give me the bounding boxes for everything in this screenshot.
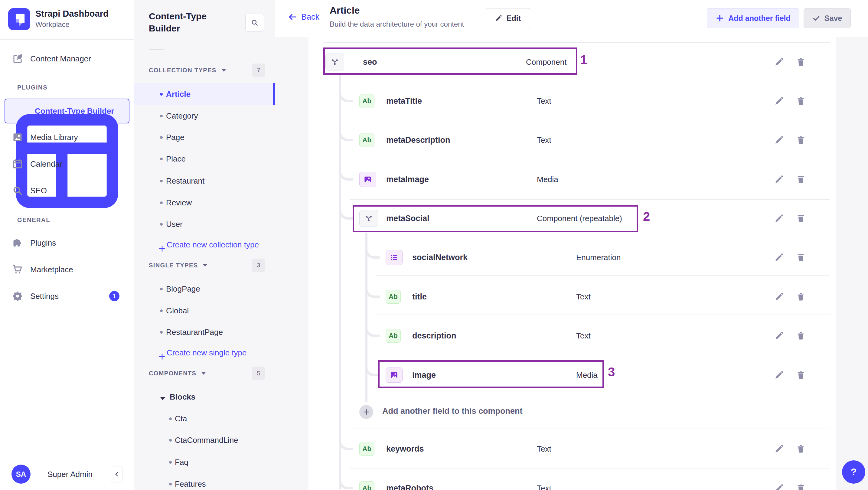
nav-item-plugins[interactable]: Plugins [0,232,134,254]
edit-button[interactable]: Edit [485,8,531,28]
main-content: Back Article Build the data architecture… [275,0,868,490]
edit-field-button[interactable] [772,482,786,490]
delete-field-button[interactable] [794,482,807,490]
annotation-number-3: 3 [608,365,615,379]
create-single-type-link[interactable]: Create new single type [134,343,275,362]
sidebar-item-ctacommandline[interactable]: CtaCommandLine [134,429,275,451]
page-title: Article [330,5,360,16]
delete-field-button[interactable] [794,55,807,69]
user-name: Super Admin [48,470,93,479]
edit-field-button[interactable] [772,290,786,303]
section-components[interactable]: COMPONENTS [149,367,206,380]
annotation-number-2: 2 [643,209,650,224]
add-field-to-component-button[interactable] [359,405,373,419]
nav-item-media-library[interactable]: Media Library [0,126,134,148]
avatar[interactable]: SA [11,465,31,484]
sidebar-item-restaurantpage[interactable]: RestaurantPage [134,321,275,343]
component-group-blocks[interactable]: Blocks [134,386,275,408]
nav-label: SEO [30,186,47,195]
bullet-icon [169,418,172,420]
field-type: Component (repeatable) [537,214,622,223]
sidebar-item-place[interactable]: Place [134,148,275,170]
delete-field-button[interactable] [794,290,807,303]
sidebar-item-article[interactable]: Article [134,83,273,105]
item-label: Restaurant [166,176,205,186]
sidebar-item-review[interactable]: Review [134,192,275,214]
bullet-icon [160,309,163,312]
sidebar-item-blogpage[interactable]: BlogPage [134,278,275,300]
bullet-icon [160,288,163,290]
help-button[interactable]: ? [842,460,865,484]
add-field-to-component-label[interactable]: Add another field to this component [382,406,522,416]
text-field-icon: Ab [359,94,374,108]
edit-field-button[interactable] [772,212,786,225]
single-count-badge: 3 [252,258,265,272]
section-collection-types[interactable]: COLLECTION TYPES [149,63,226,77]
delete-field-button[interactable] [794,442,807,456]
sidebar-item-user[interactable]: User [134,213,275,235]
field-name: socialNetwork [412,253,468,262]
edit-field-button[interactable] [772,442,786,456]
annotation-number-1: 1 [580,53,587,67]
plus-icon [363,408,370,416]
chevron-down-icon [221,69,226,72]
save-button[interactable]: Save [804,8,851,28]
search-button[interactable] [245,13,264,32]
edit-field-button[interactable] [772,133,786,147]
nav-item-content-manager[interactable]: Content Manager [0,48,134,69]
page-subtitle: Build the data architecture of your cont… [330,20,464,28]
add-another-field-button[interactable]: Add another field [707,8,799,28]
delete-field-button[interactable] [794,329,807,342]
main-sidebar: Strapi Dashboard Workplace Content Manag… [0,0,134,490]
calendar-icon [12,158,23,170]
edit-field-button[interactable] [772,173,786,186]
sidebar-item-cta[interactable]: Cta [134,408,275,429]
nav-label: Marketplace [30,265,73,274]
delete-field-button[interactable] [794,212,807,225]
field-name: image [412,370,436,380]
edit-field-button[interactable] [772,329,786,342]
item-label: Review [166,198,192,208]
nav-section-general: GENERAL [17,213,50,226]
item-label: Faq [175,458,188,467]
pencil-icon [495,14,502,22]
field-row-title: Ab title Text [309,283,836,310]
back-link[interactable]: Back [288,12,319,22]
delete-field-button[interactable] [794,173,807,186]
collapse-sidebar-button[interactable] [111,466,123,483]
field-row-socialnetwork: socialNetwork Enumeration [309,244,836,271]
sidebar-item-global[interactable]: Global [134,300,275,321]
item-label: User [166,220,183,229]
item-label: Page [166,133,185,142]
sidebar-item-restaurant[interactable]: Restaurant [134,170,275,192]
edit-field-button[interactable] [772,55,786,69]
create-collection-type-link[interactable]: Create new collection type [134,235,275,254]
field-type: Media [576,370,598,380]
nav-item-settings[interactable]: Settings 1 [0,285,134,307]
strapi-logo-icon [8,8,30,30]
delete-field-button[interactable] [794,133,807,147]
edit-field-button[interactable] [772,251,786,264]
sidebar-item-category[interactable]: Category [134,105,275,127]
edit-field-button[interactable] [772,94,786,108]
field-row-metatitle: Ab metaTitle Text [309,87,836,115]
edit-label: Edit [506,14,521,23]
field-type: Media [537,175,558,184]
delete-field-button[interactable] [794,251,807,264]
item-label: BlogPage [166,284,200,294]
sidebar-item-page[interactable]: Page [134,126,275,148]
delete-field-button[interactable] [794,94,807,108]
nav-item-content-type-builder[interactable]: Content-Type Builder [4,99,129,123]
delete-field-button[interactable] [794,368,807,382]
section-single-types[interactable]: SINGLE TYPES [149,258,208,272]
group-label: Blocks [170,392,195,402]
divider [350,199,830,200]
nav-item-calendar[interactable]: Calendar [0,153,134,175]
sidebar-item-faq[interactable]: Faq [134,451,275,473]
divider [350,468,830,469]
edit-field-button[interactable] [772,368,786,382]
workspace-label: Workplace [35,20,69,29]
nav-item-marketplace[interactable]: Marketplace [0,258,134,280]
sidebar-item-features[interactable]: Features [134,473,275,490]
nav-item-seo[interactable]: SEO [0,180,134,202]
